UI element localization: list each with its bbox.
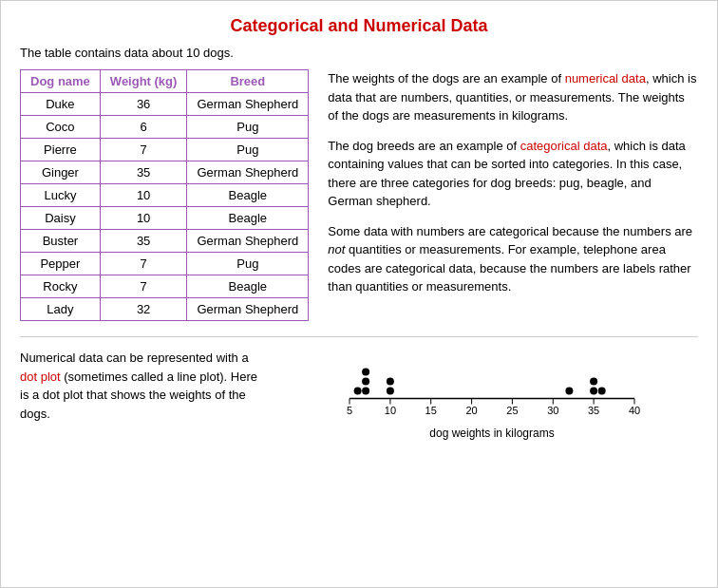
table-cell: Coco	[21, 116, 101, 139]
page-title: Categorical and Numerical Data	[20, 16, 698, 36]
svg-point-21	[387, 388, 394, 395]
p2-prefix: The dog breeds are an example of	[328, 139, 520, 153]
svg-point-20	[362, 369, 369, 376]
main-content: Dog name Weight (kg) Breed Duke36German …	[20, 69, 698, 321]
table-cell: Pug	[187, 253, 309, 275]
col-header-dogname: Dog name	[21, 70, 101, 93]
data-table: Dog name Weight (kg) Breed Duke36German …	[20, 69, 309, 321]
table-cell: German Shepherd	[187, 161, 309, 184]
table-cell: 32	[100, 298, 187, 321]
table-row: Daisy10Beagle	[21, 207, 309, 230]
table-cell: 7	[100, 253, 187, 275]
table-cell: 10	[100, 207, 187, 230]
subtitle: The table contains data about 10 dogs.	[20, 46, 698, 60]
table-cell: 10	[100, 184, 187, 207]
p2-highlight: categorical data	[520, 139, 608, 153]
svg-point-24	[590, 388, 597, 395]
table-cell: 7	[100, 275, 187, 298]
svg-text:5: 5	[347, 405, 352, 416]
table-row: Lucky10Beagle	[21, 184, 309, 207]
table-cell: Buster	[21, 230, 101, 253]
table-cell: German Shepherd	[187, 230, 309, 253]
svg-text:35: 35	[588, 405, 599, 416]
p1-prefix: The weights of the dogs are an example o…	[328, 71, 564, 85]
not-italic: not	[328, 242, 345, 256]
table-cell: Beagle	[187, 275, 309, 298]
paragraph-numerical: The weights of the dogs are an example o…	[328, 69, 698, 125]
p1-highlight: numerical data	[565, 71, 646, 85]
table-cell: Ginger	[21, 161, 101, 184]
dot-plot-link: dot plot	[20, 370, 61, 384]
table-cell: Lucky	[21, 184, 101, 207]
svg-point-18	[362, 388, 369, 395]
table-row: Ginger35German Shepherd	[21, 161, 309, 184]
bottom-section: Numerical data can be represented with a…	[20, 336, 698, 440]
table-cell: 36	[100, 93, 187, 116]
table-row: Pepper7Pug	[21, 253, 309, 275]
table-row: Lady32German Shepherd	[21, 298, 309, 321]
svg-point-22	[387, 378, 394, 386]
text-section: The weights of the dogs are an example o…	[328, 69, 698, 321]
table-cell: Lady	[21, 298, 101, 321]
paragraph-categorical: The dog breeds are an example of categor…	[328, 137, 698, 211]
table-row: Rocky7Beagle	[21, 275, 309, 298]
table-cell: Rocky	[21, 275, 101, 298]
table-cell: 6	[100, 116, 187, 139]
table-cell: German Shepherd	[187, 298, 309, 321]
table-cell: 35	[100, 230, 187, 253]
table-cell: Pug	[187, 139, 309, 161]
dot-plot-svg: 5 10 15 20 25 30 35 40	[331, 349, 653, 425]
table-cell: Pug	[187, 116, 309, 139]
dot-plot-area: 5 10 15 20 25 30 35 40	[286, 349, 698, 440]
svg-text:20: 20	[465, 405, 477, 416]
svg-point-19	[362, 378, 369, 386]
table-cell: Pierre	[21, 139, 101, 161]
table-cell: Pepper	[21, 253, 101, 275]
svg-text:15: 15	[425, 405, 437, 416]
table-section: Dog name Weight (kg) Breed Duke36German …	[20, 69, 309, 321]
col-header-weight: Weight (kg)	[100, 70, 187, 93]
svg-text:25: 25	[506, 405, 518, 416]
svg-point-25	[590, 378, 597, 386]
table-cell: 7	[100, 139, 187, 161]
svg-text:40: 40	[629, 405, 640, 416]
table-row: Pierre7Pug	[21, 139, 309, 161]
table-cell: Beagle	[187, 207, 309, 230]
table-row: Coco6Pug	[21, 116, 309, 139]
svg-point-17	[354, 388, 362, 395]
table-cell: 35	[100, 161, 187, 184]
table-cell: Duke	[21, 93, 101, 116]
svg-point-26	[598, 388, 606, 395]
col-header-breed: Breed	[187, 70, 309, 93]
bottom-prefix: Numerical data can be represented with a	[20, 351, 249, 365]
svg-text:30: 30	[547, 405, 558, 416]
table-row: Buster35German Shepherd	[21, 230, 309, 253]
table-row: Duke36German Shepherd	[21, 93, 309, 116]
svg-point-23	[565, 388, 573, 395]
svg-text:10: 10	[385, 405, 396, 416]
paragraph-area-codes: Some data with numbers are categorical b…	[328, 222, 698, 296]
table-cell: Daisy	[21, 207, 101, 230]
bottom-text: Numerical data can be represented with a…	[20, 349, 267, 423]
table-cell: German Shepherd	[187, 93, 309, 116]
dot-plot-label: dog weights in kilograms	[429, 427, 554, 440]
table-cell: Beagle	[187, 184, 309, 207]
